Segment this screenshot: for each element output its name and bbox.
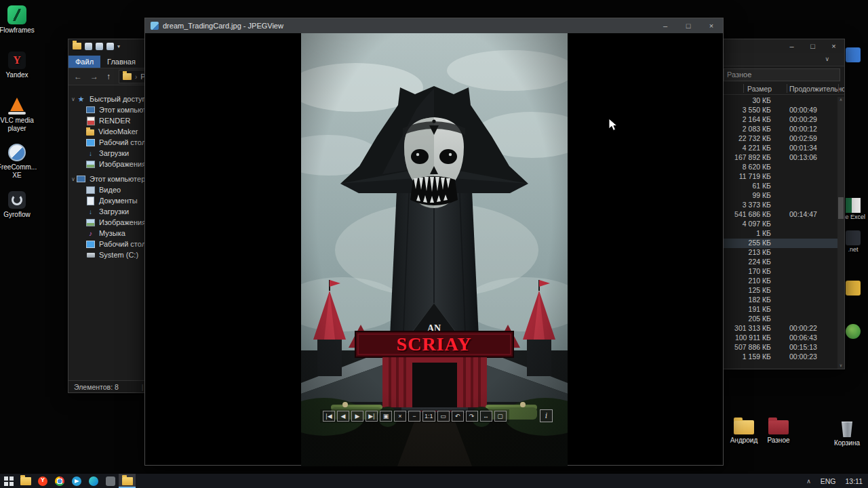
scroll-up-icon[interactable]: ∧: [837, 97, 844, 103]
recycle-icon: [840, 420, 854, 437]
window-mode-button[interactable]: ▣: [380, 411, 392, 422]
status-divider: |: [142, 383, 144, 391]
taskbar-file-explorer-active[interactable]: [119, 474, 136, 488]
next-image-button[interactable]: ▶: [351, 411, 363, 422]
fit-window-button[interactable]: ▭: [437, 411, 450, 422]
sidebar-item-label: RENDER: [99, 117, 130, 125]
maximize-button[interactable]: □: [802, 39, 823, 53]
sidebar-item-label: Документы: [99, 197, 138, 205]
downloads-icon: [86, 207, 95, 216]
trading-card-image: AN SCRIAY SCRIAY: [301, 33, 568, 466]
column-header-duration[interactable]: Продолжительно...: [789, 85, 844, 93]
column-header-size[interactable]: Размер: [747, 85, 772, 93]
tab-home[interactable]: Главная: [100, 56, 142, 68]
sidebar-item-label: Рабочий стол: [99, 240, 146, 248]
taskbar: ∧ ENG 13:11: [0, 474, 868, 488]
delete-button[interactable]: ×: [394, 411, 406, 422]
file-duration-cell: 00:00:29: [789, 115, 817, 123]
music-icon: [86, 229, 95, 238]
qat-icon[interactable]: [85, 43, 92, 50]
file-duration-cell: 00:15:13: [789, 343, 817, 351]
chevron-icon[interactable]: ∨: [70, 176, 77, 182]
flowframes-icon: [7, 5, 26, 24]
clock[interactable]: 13:11: [846, 477, 863, 485]
flip-button[interactable]: ↔: [480, 411, 492, 422]
misc-folder[interactable]: Разное: [757, 420, 800, 445]
window-title: dream_TradingCard.jpg - JPEGView: [163, 22, 283, 30]
chevron-icon[interactable]: ∨: [70, 96, 77, 102]
taskbar-edge[interactable]: [85, 474, 102, 488]
file-duration-cell: 00:00:12: [789, 125, 817, 133]
sidebar-item-label: Музыка: [99, 229, 125, 237]
computer-icon: [77, 175, 85, 184]
zoom-out-button[interactable]: −: [408, 411, 420, 422]
sidebar-item-label: Изображения: [99, 160, 146, 168]
drive-icon: [86, 251, 95, 260]
actual-size-button[interactable]: 1:1: [422, 411, 435, 422]
folder-yellow-lg-icon: [734, 420, 754, 434]
back-icon[interactable]: ←: [74, 72, 82, 81]
freecommander-shortcut[interactable]: FreeComm... XE: [0, 144, 39, 179]
yandex-icon: [38, 476, 47, 486]
gray-app-icon: [106, 476, 115, 486]
sidebar-item-label: Быстрый доступ: [90, 95, 146, 103]
tab-file[interactable]: Файл: [68, 56, 100, 68]
windows-logo-icon: [4, 476, 14, 486]
close-button[interactable]: ×: [823, 39, 844, 53]
file-duration-cell: 00:00:49: [789, 106, 817, 114]
app-icon: [151, 22, 159, 30]
desktop-icon: [86, 138, 95, 147]
chevron-down-icon[interactable]: ▾: [117, 43, 120, 49]
qat-icon[interactable]: [96, 43, 103, 50]
forward-icon[interactable]: →: [90, 72, 98, 81]
search-input[interactable]: Разное: [724, 68, 840, 81]
taskbar-file-explorer[interactable]: [17, 474, 34, 488]
edge-icon: [89, 476, 98, 486]
start-button[interactable]: [0, 474, 17, 488]
taskbar-app[interactable]: [102, 474, 119, 488]
sidebar-item-label: VideoMaker: [98, 127, 138, 136]
taskbar-yandex-browser[interactable]: [34, 474, 51, 488]
downloads-icon: [86, 149, 95, 158]
crop-button[interactable]: ▢: [494, 411, 507, 422]
desktop-icon-label: Корзина: [825, 439, 868, 447]
gyroflow-shortcut[interactable]: Gyroflow: [0, 191, 39, 219]
close-button[interactable]: ×: [700, 18, 723, 33]
tray-expand-icon[interactable]: ∧: [806, 478, 811, 485]
desktop-icon-label: Yandex: [0, 71, 39, 79]
computer-icon: [86, 106, 95, 115]
sidebar-item-label: Видео: [99, 186, 121, 194]
taskbar-apps: [0, 474, 136, 488]
yandex-shortcut[interactable]: Yandex: [0, 52, 39, 79]
vertical-scrollbar[interactable]: ∧ ∨: [837, 97, 844, 369]
taskbar-chrome[interactable]: [51, 474, 68, 488]
language-indicator[interactable]: ENG: [821, 477, 836, 485]
column-divider: [838, 84, 839, 93]
scroll-down-icon[interactable]: ∨: [837, 363, 844, 369]
maximize-button[interactable]: □: [677, 18, 700, 33]
vlc-shortcut[interactable]: VLC media player: [0, 98, 39, 132]
last-image-button[interactable]: ▶|: [366, 411, 378, 422]
flowframes-shortcut[interactable]: Flowframes: [0, 5, 39, 35]
rotate-left-button[interactable]: ↶: [452, 411, 464, 422]
pictures-icon: [86, 218, 95, 227]
rotate-right-button[interactable]: ↷: [466, 411, 478, 422]
scrollbar-thumb[interactable]: [838, 197, 844, 219]
sidebar-item-label: Загрузки: [99, 149, 129, 157]
window-controls: – □ ×: [781, 39, 844, 53]
sidebar-item-label: Этот компьютер: [90, 175, 145, 183]
prev-image-button[interactable]: ◀: [337, 411, 349, 422]
ribbon-expand-icon[interactable]: ∨: [825, 56, 829, 62]
sidebar-item-label: Загрузки: [99, 207, 129, 216]
sidebar-item-label: Рабочий стол: [99, 138, 146, 146]
taskbar-telegram[interactable]: [68, 474, 85, 488]
up-icon[interactable]: ↑: [106, 72, 111, 81]
pictures-icon: [86, 160, 95, 169]
info-button[interactable]: i: [540, 409, 553, 422]
recycle-bin[interactable]: Корзина: [825, 420, 868, 447]
minimize-button[interactable]: –: [654, 18, 677, 33]
minimize-button[interactable]: –: [781, 39, 802, 53]
first-image-button[interactable]: |◀: [323, 411, 335, 422]
title-bar[interactable]: dream_TradingCard.jpg - JPEGView – □ ×: [145, 18, 723, 33]
qat-icon[interactable]: [106, 43, 114, 50]
